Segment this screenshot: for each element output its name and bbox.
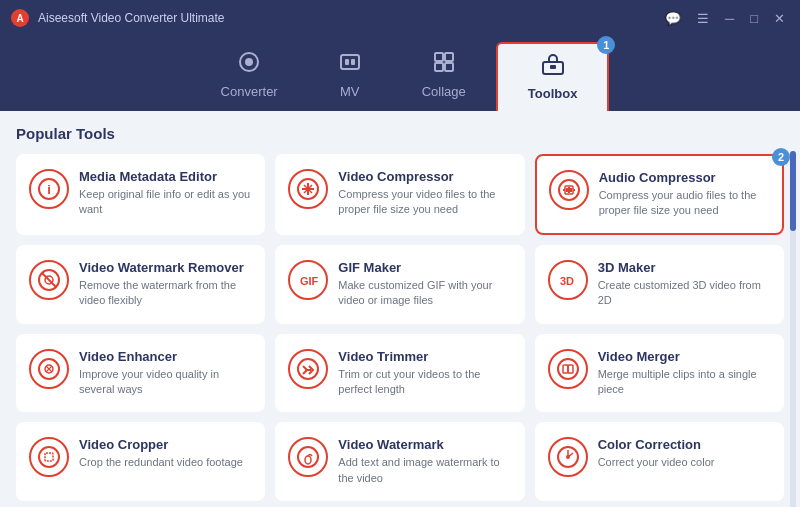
tool-name-video-cropper: Video Cropper (79, 437, 252, 452)
svg-point-3 (245, 58, 253, 66)
svg-point-42 (305, 456, 311, 464)
tool-icon-video-watermark (288, 437, 328, 477)
tools-grid: i Media Metadata Editor Keep original fi… (16, 154, 784, 501)
tool-card-3d-maker[interactable]: 3D 3D Maker Create customized 3D video f… (535, 245, 784, 324)
toolbox-label: Toolbox (528, 86, 578, 101)
tool-info-3d-maker: 3D Maker Create customized 3D video from… (598, 260, 771, 309)
titlebar: A Aiseesoft Video Converter Ultimate 💬 ☰… (0, 0, 800, 36)
converter-icon (237, 50, 261, 80)
tool-desc-video-trimmer: Trim or cut your videos to the perfect l… (338, 367, 511, 398)
tool-name-video-merger: Video Merger (598, 349, 771, 364)
nav-item-toolbox[interactable]: 1 Toolbox (496, 42, 610, 111)
tool-name-gif-maker: GIF Maker (338, 260, 511, 275)
tool-card-color-correction[interactable]: Color Correction Correct your video colo… (535, 422, 784, 501)
tool-info-media-metadata-editor: Media Metadata Editor Keep original file… (79, 169, 252, 218)
mv-label: MV (340, 84, 360, 99)
svg-text:A: A (16, 13, 23, 24)
close-icon[interactable]: ✕ (769, 9, 790, 28)
tool-desc-video-cropper: Crop the redundant video footage (79, 455, 252, 470)
svg-rect-8 (445, 53, 453, 61)
tool-icon-color-correction (548, 437, 588, 477)
tool-card-gif-maker[interactable]: GIF GIF Maker Make customized GIF with y… (275, 245, 524, 324)
scrollbar-thumb[interactable] (790, 151, 796, 231)
tool-icon-video-watermark-remover (29, 260, 69, 300)
tool-info-video-watermark-remover: Video Watermark Remover Remove the water… (79, 260, 252, 309)
tool-info-color-correction: Color Correction Correct your video colo… (598, 437, 771, 470)
tool-card-video-cropper[interactable]: Video Cropper Crop the redundant video f… (16, 422, 265, 501)
tool-desc-video-merger: Merge multiple clips into a single piece (598, 367, 771, 398)
tool-icon-gif-maker: GIF (288, 260, 328, 300)
svg-rect-5 (345, 59, 349, 65)
tool-desc-3d-maker: Create customized 3D video from 2D (598, 278, 771, 309)
svg-text:3D: 3D (560, 275, 574, 287)
minimize-icon[interactable]: ─ (720, 9, 739, 28)
tool-name-video-enhancer: Video Enhancer (79, 349, 252, 364)
tool-name-video-compressor: Video Compressor (338, 169, 511, 184)
tool-icon-video-compressor (288, 169, 328, 209)
tool-card-video-compressor[interactable]: Video Compressor Compress your video fil… (275, 154, 524, 235)
svg-rect-40 (45, 453, 53, 461)
tool-info-video-watermark: Video Watermark Add text and image water… (338, 437, 511, 486)
nav-item-collage[interactable]: Collage (392, 42, 496, 111)
svg-rect-12 (550, 65, 556, 69)
tool-desc-video-watermark-remover: Remove the watermark from the video flex… (79, 278, 252, 309)
tool-info-video-enhancer: Video Enhancer Improve your video qualit… (79, 349, 252, 398)
nav-item-converter[interactable]: Converter (191, 42, 308, 111)
tool-name-color-correction: Color Correction (598, 437, 771, 452)
svg-rect-10 (445, 63, 453, 71)
collage-icon (432, 50, 456, 80)
menu-icon[interactable]: ☰ (692, 9, 714, 28)
collage-label: Collage (422, 84, 466, 99)
svg-text:GIF: GIF (300, 275, 319, 287)
toolbox-icon (541, 52, 565, 82)
tool-name-audio-compressor: Audio Compressor (599, 170, 770, 185)
mv-icon (338, 50, 362, 80)
svg-rect-9 (435, 63, 443, 71)
tool-icon-3d-maker: 3D (548, 260, 588, 300)
svg-line-28 (42, 273, 56, 287)
tool-card-video-enhancer[interactable]: Video Enhancer Improve your video qualit… (16, 334, 265, 413)
tool-card-video-merger[interactable]: Video Merger Merge multiple clips into a… (535, 334, 784, 413)
tool-desc-video-enhancer: Improve your video quality in several wa… (79, 367, 252, 398)
tool-icon-video-trimmer (288, 349, 328, 389)
tool-desc-color-correction: Correct your video color (598, 455, 771, 470)
tool-card-video-watermark[interactable]: Video Watermark Add text and image water… (275, 422, 524, 501)
tool-name-video-watermark: Video Watermark (338, 437, 511, 452)
scrollbar-area[interactable] (790, 151, 796, 507)
app-title: Aiseesoft Video Converter Ultimate (38, 11, 225, 25)
tool-info-audio-compressor: Audio Compressor Compress your audio fil… (599, 170, 770, 219)
tool-card-video-trimmer[interactable]: Video Trimmer Trim or cut your videos to… (275, 334, 524, 413)
tool-info-gif-maker: GIF Maker Make customized GIF with your … (338, 260, 511, 309)
tool-card-audio-compressor[interactable]: 2 Audio Compressor Compress your audio f… (535, 154, 784, 235)
tool-info-video-trimmer: Video Trimmer Trim or cut your videos to… (338, 349, 511, 398)
svg-point-44 (566, 455, 570, 459)
tool-desc-video-compressor: Compress your video files to the proper … (338, 187, 511, 218)
tool-desc-audio-compressor: Compress your audio files to the proper … (599, 188, 770, 219)
svg-rect-4 (341, 55, 359, 69)
tool-icon-video-cropper (29, 437, 69, 477)
section-title: Popular Tools (16, 125, 784, 142)
maximize-icon[interactable]: □ (745, 9, 763, 28)
content-area: Popular Tools i Media Metadata Editor Ke… (0, 111, 800, 507)
tool-icon-audio-compressor (549, 170, 589, 210)
tool-name-video-watermark-remover: Video Watermark Remover (79, 260, 252, 275)
tool-card-media-metadata-editor[interactable]: i Media Metadata Editor Keep original fi… (16, 154, 265, 235)
chat-icon[interactable]: 💬 (660, 9, 686, 28)
tool-info-video-merger: Video Merger Merge multiple clips into a… (598, 349, 771, 398)
svg-rect-38 (568, 365, 573, 373)
tool-name-video-trimmer: Video Trimmer (338, 349, 511, 364)
tool-icon-media-metadata-editor: i (29, 169, 69, 209)
tool-desc-video-watermark: Add text and image watermark to the vide… (338, 455, 511, 486)
tool-icon-video-enhancer (29, 349, 69, 389)
tool-info-video-cropper: Video Cropper Crop the redundant video f… (79, 437, 252, 470)
nav-item-mv[interactable]: MV (308, 42, 392, 111)
app-logo: A (10, 8, 30, 28)
tool-name-media-metadata-editor: Media Metadata Editor (79, 169, 252, 184)
tool-desc-media-metadata-editor: Keep original file info or edit as you w… (79, 187, 252, 218)
tool-card-video-watermark-remover[interactable]: Video Watermark Remover Remove the water… (16, 245, 265, 324)
nav-badge: 1 (597, 36, 615, 54)
svg-point-39 (39, 447, 59, 467)
converter-label: Converter (221, 84, 278, 99)
tool-info-video-compressor: Video Compressor Compress your video fil… (338, 169, 511, 218)
tool-icon-video-merger (548, 349, 588, 389)
